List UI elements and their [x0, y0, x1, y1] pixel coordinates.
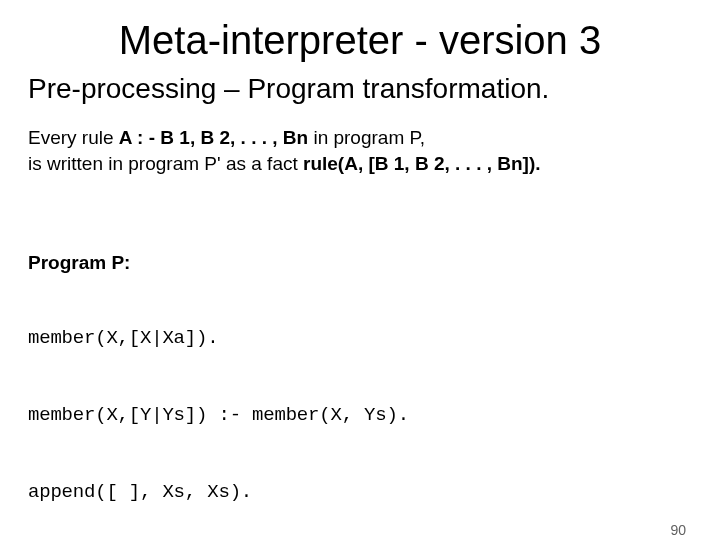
code-line: append([ ], Xs, Xs).	[28, 480, 720, 506]
desc-text: in program P,	[313, 127, 425, 148]
desc-bold: A : - B 1, B 2, . . . , Bn	[119, 127, 314, 148]
program-header: Program P:	[28, 250, 720, 276]
program-block: Program P: member(X,[X|Xa]). member(X,[Y…	[28, 198, 720, 540]
slide: Meta-interpreter - version 3 Pre-process…	[0, 18, 720, 540]
description-block: Every rule A : - B 1, B 2, . . . , Bn in…	[28, 125, 720, 176]
desc-text: Every rule	[28, 127, 119, 148]
code-line: member(X,[Y|Ys]) :- member(X, Ys).	[28, 403, 720, 429]
desc-text: is written in program P' as a fact	[28, 153, 303, 174]
desc-bold: rule(A, [B 1, B 2, . . . , Bn]).	[303, 153, 541, 174]
code-line: member(X,[X|Xa]).	[28, 326, 720, 352]
desc-line-1: Every rule A : - B 1, B 2, . . . , Bn in…	[28, 125, 720, 151]
page-number: 90	[670, 522, 686, 538]
desc-line-2: is written in program P' as a fact rule(…	[28, 151, 720, 177]
slide-subtitle: Pre-processing – Program transformation.	[28, 73, 720, 105]
program-header-text: Program P:	[28, 252, 130, 273]
slide-title: Meta-interpreter - version 3	[0, 18, 720, 63]
